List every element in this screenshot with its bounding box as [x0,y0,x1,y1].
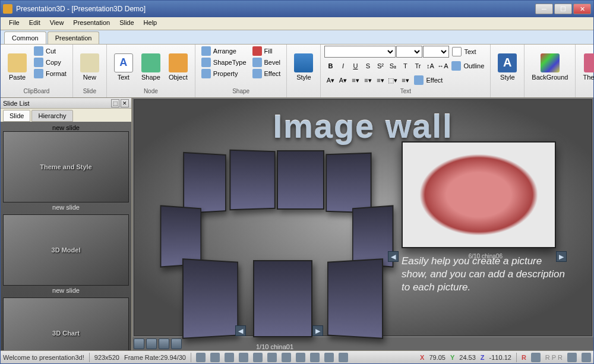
new-slide-badge: new slide [52,124,80,131]
featured-image[interactable] [402,141,556,248]
status-z-label: Z [481,354,485,361]
canvas-tool-2[interactable] [146,338,157,349]
tab-hierarchy[interactable]: Hierarchy [31,110,72,122]
status-icon[interactable] [225,353,234,362]
bevel-button[interactable]: Bevel [250,57,283,68]
fill-button[interactable]: Fill [250,46,283,56]
status-icon[interactable] [282,353,291,362]
indent-button[interactable]: ⬚▾ [387,74,399,86]
gallery-thumb[interactable] [183,152,226,214]
arrange-button[interactable]: Arrange [199,46,249,56]
status-rpr-icon[interactable]: R P R [545,354,563,361]
gallery-thumb-front[interactable] [253,260,312,337]
paste-button[interactable]: Paste [4,46,30,88]
close-button[interactable]: ✕ [573,4,591,14]
text-case-button[interactable]: T [399,60,411,72]
text-outline-button[interactable]: Outline [449,60,486,72]
status-icon[interactable] [582,353,591,362]
italic-button[interactable]: I [337,60,349,72]
align-button[interactable]: ≡▾ [374,74,386,86]
status-icon[interactable] [267,353,277,362]
shape-effect-button[interactable]: Effect [250,68,283,79]
menu-edit[interactable]: Edit [24,17,45,30]
tab-presentation[interactable]: Presentation [48,31,100,44]
gallery-thumb[interactable] [326,153,371,214]
tab-slide-list[interactable]: Slide [3,110,30,122]
gallery-thumb[interactable] [327,258,383,339]
shapetype-button[interactable]: ShapeType [199,57,249,68]
canvas-tool-4[interactable] [171,338,182,349]
slide-canvas[interactable]: Image wall ◀ ▶ 1/10 china01 ◀ [134,99,592,336]
menu-slide[interactable]: Slide [115,17,138,30]
status-icon[interactable] [531,353,541,362]
text-width-button[interactable]: ↔A [437,60,448,72]
superscript-button[interactable]: S² [374,60,386,72]
font-variant-select[interactable] [423,46,449,58]
text-text-button[interactable]: Text [450,46,478,58]
strike-button[interactable]: S [362,60,374,72]
gallery-thumb[interactable] [182,258,238,339]
tab-common[interactable]: Common [4,31,46,44]
canvas-tool-1[interactable] [134,338,144,349]
menu-help[interactable]: Help [139,17,162,30]
status-icon[interactable] [253,353,263,362]
group-style1: Style [287,45,321,97]
slide-thumb-1[interactable]: Theme and Style new slide [3,131,129,212]
subscript-button[interactable]: S₂ [387,60,399,72]
style-button[interactable]: Style [290,46,317,88]
theme-button[interactable]: Theme [579,46,594,88]
gallery-thumb[interactable] [160,205,201,267]
background-button[interactable]: BackGround [528,46,571,88]
format-button[interactable]: Format [31,68,69,79]
text-style-button[interactable]: AStyle [494,46,520,88]
highlight-button[interactable]: A▾ [337,74,349,86]
text-height-button[interactable]: ↕A [424,60,436,72]
bullets-button[interactable]: ≡▾ [349,74,361,86]
new-slide-button[interactable]: New [77,46,103,88]
gallery-next-button[interactable]: ▶ [312,325,323,336]
object-button[interactable]: Object [165,46,191,88]
titlebar: Presentation3D - [Presentation3D Demo] ─… [1,1,593,17]
status-icon[interactable] [296,353,305,362]
status-r-icon[interactable]: R [522,354,526,361]
font-family-select[interactable] [324,46,396,58]
cut-button[interactable]: Cut [31,46,69,56]
menu-file[interactable]: File [4,17,24,30]
canvas-tool-3[interactable] [159,338,169,349]
text-effect-button[interactable]: Effect [412,74,445,86]
status-icon[interactable] [339,353,348,362]
font-size-select[interactable] [396,46,422,58]
menu-presentation[interactable]: Presentation [68,17,115,30]
panel-close-button[interactable]: ✕ [121,99,129,107]
shape-button[interactable]: Shape [138,46,164,88]
featured-prev-button[interactable]: ◀ [388,251,399,262]
image-gallery: ◀ ▶ 1/10 china01 [146,147,396,325]
status-icon[interactable] [567,353,577,362]
line-spacing-button[interactable]: ≡▾ [399,74,411,86]
status-icon[interactable] [239,353,248,362]
property-button[interactable]: Property [199,68,249,79]
gallery-thumb[interactable] [277,150,324,210]
panel-undock-button[interactable]: ⬚ [111,99,119,107]
underline-button[interactable]: U [349,60,361,72]
copy-button[interactable]: Copy [31,57,69,68]
slide-thumb-3[interactable]: 3D Chart new slide [3,297,129,350]
status-icon[interactable] [324,353,334,362]
slide-list[interactable]: new slide Theme and Style new slide 3D M… [1,122,131,350]
group-clipboard: Paste Cut Copy Format ClipBoard [1,45,73,97]
menu-view[interactable]: View [45,17,69,30]
status-icon[interactable] [310,353,320,362]
gallery-thumb[interactable] [229,150,275,211]
maximize-button[interactable]: ☐ [554,4,572,14]
text-button[interactable]: AText [110,46,137,88]
slide-thumb-2[interactable]: 3D Model new slide [3,214,129,295]
font-color-button[interactable]: A▾ [324,74,336,86]
minimize-button[interactable]: ─ [535,4,553,14]
gallery-prev-button[interactable]: ◀ [235,325,246,336]
numbering-button[interactable]: ≡▾ [362,74,374,86]
status-icon[interactable] [210,353,220,362]
bold-button[interactable]: B [324,60,336,72]
text-spacing-button[interactable]: Tr [412,60,424,72]
group-label-slide: Slide [77,88,103,96]
status-icon[interactable] [196,353,206,362]
